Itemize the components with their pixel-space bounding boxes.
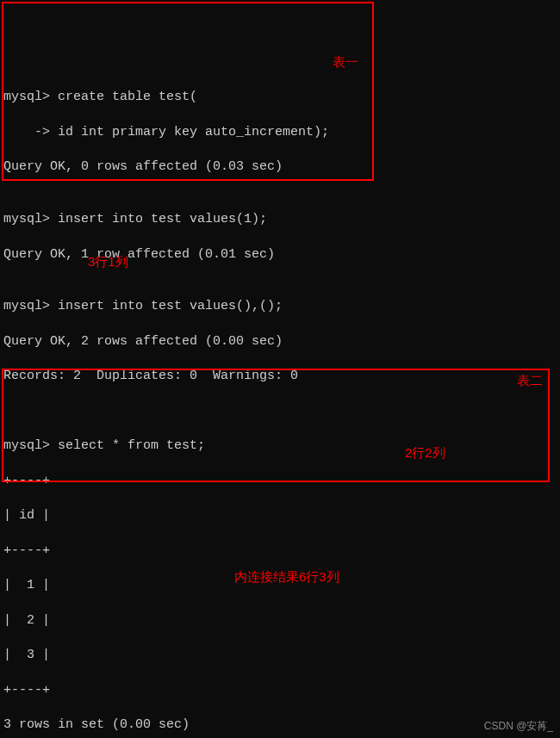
table-row: | 2 |: [3, 612, 557, 629]
terminal-output: mysql> create table test( -> id int prim…: [0, 70, 560, 738]
sql-line: mysql> create table test(: [3, 89, 557, 106]
sql-result: 3 rows in set (0.00 sec): [3, 716, 557, 734]
blank-line: [3, 403, 557, 420]
annotation-label-table1: 表一: [333, 53, 358, 71]
sql-line: mysql> insert into test values(),();: [3, 298, 557, 315]
sql-line: mysql> insert into test values(1);: [3, 211, 557, 228]
sql-result: Records: 2 Duplicates: 0 Warnings: 0: [3, 368, 557, 385]
table-border: +----+: [3, 473, 557, 490]
sql-result: Query OK, 1 row affected (0.01 sec): [3, 246, 557, 264]
table-border: +----+: [3, 682, 557, 699]
sql-line: -> id int primary key auto_increment);: [3, 124, 557, 141]
table-header: | id |: [3, 507, 557, 524]
table-row: | 1 |: [3, 577, 557, 594]
sql-result: Query OK, 2 rows affected (0.00 sec): [3, 333, 557, 350]
sql-result: Query OK, 0 rows affected (0.03 sec): [3, 158, 557, 176]
sql-line: mysql> select * from test;: [3, 437, 557, 455]
table-row: | 3 |: [3, 647, 557, 664]
table-border: +----+: [3, 543, 557, 560]
